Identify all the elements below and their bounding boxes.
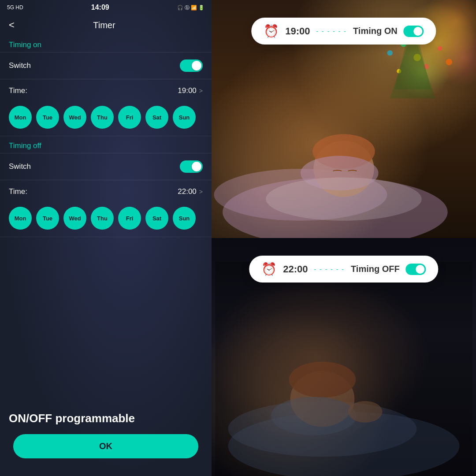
day-fri-on[interactable]: Fri xyxy=(118,106,141,129)
days-row-off: Mon Tue Wed Thu Fri Sat Sun xyxy=(0,203,212,237)
card-dots-on: - - - - - - xyxy=(316,28,347,35)
page-title: Timer xyxy=(19,20,190,30)
day-mon-off[interactable]: Mon xyxy=(9,207,32,230)
timing-on-time-row[interactable]: Time: 19:00 > xyxy=(0,79,212,102)
card-label-on: Timing ON xyxy=(353,26,398,36)
day-sun-on[interactable]: Sun xyxy=(173,106,196,129)
status-icons: 🎧 ⓑ 📶 🔋 xyxy=(177,4,205,11)
timing-on-label: Timing on xyxy=(0,35,212,52)
svg-rect-23 xyxy=(215,262,472,476)
ok-button[interactable]: OK xyxy=(13,434,198,458)
card-toggle-on[interactable] xyxy=(404,26,424,37)
switch-label-off: Switch xyxy=(9,162,31,171)
clock-icon-off: ⏰ xyxy=(261,262,277,276)
time-label-on: Time: xyxy=(9,86,27,95)
day-fri-off[interactable]: Fri xyxy=(118,207,141,230)
card-dots-off: - - - - - - xyxy=(314,266,345,273)
image-bottom: ⏰ 22:00 - - - - - - Timing OFF xyxy=(212,238,476,476)
day-sat-on[interactable]: Sat xyxy=(145,106,168,129)
timing-off-time-row[interactable]: Time: 22:00 > xyxy=(0,180,212,203)
status-time: 14:09 xyxy=(91,4,109,11)
day-sun-off[interactable]: Sun xyxy=(173,207,196,230)
day-wed-on[interactable]: Wed xyxy=(63,106,86,129)
app-panel: 5G HD 14:09 🎧 ⓑ 📶 🔋 < Timer Timing on Sw… xyxy=(0,0,212,476)
card-time-on: 19:00 xyxy=(285,26,310,37)
switch-toggle-off[interactable] xyxy=(180,160,203,173)
timing-on-card: ⏰ 19:00 - - - - - - Timing ON xyxy=(251,18,436,45)
timing-on-switch-row: Switch xyxy=(0,52,212,79)
time-value-on: 19:00 > xyxy=(178,86,203,95)
day-sat-off[interactable]: Sat xyxy=(145,207,168,230)
chevron-off: > xyxy=(199,188,203,195)
app-header: < Timer xyxy=(0,15,212,35)
card-label-off: Timing OFF xyxy=(351,264,400,274)
days-row-on: Mon Tue Wed Thu Fri Sat Sun xyxy=(0,102,212,136)
day-thu-off[interactable]: Thu xyxy=(91,207,114,230)
timing-off-card: ⏰ 22:00 - - - - - - Timing OFF xyxy=(249,256,438,283)
clock-icon-on: ⏰ xyxy=(264,24,279,38)
svg-point-11 xyxy=(387,50,393,56)
day-tue-off[interactable]: Tue xyxy=(36,207,59,230)
svg-point-5 xyxy=(266,178,421,221)
time-label-off: Time: xyxy=(9,187,27,196)
status-bar: 5G HD 14:09 🎧 ⓑ 📶 🔋 xyxy=(0,0,212,15)
timing-off-switch-row: Switch xyxy=(0,153,212,180)
image-top: ⏰ 19:00 - - - - - - Timing ON xyxy=(212,0,476,238)
timing-on-section: Timing on Switch Time: 19:00 > Mon Tue W… xyxy=(0,35,212,136)
time-value-off: 22:00 > xyxy=(178,187,203,196)
timing-off-section: Timing off Switch Time: 22:00 > Mon Tue … xyxy=(0,136,212,237)
svg-point-12 xyxy=(446,59,452,65)
promo-text: ON/OFF programmable xyxy=(0,403,212,430)
timing-off-label: Timing off xyxy=(0,136,212,153)
day-wed-off[interactable]: Wed xyxy=(63,207,86,230)
day-thu-on[interactable]: Thu xyxy=(91,106,114,129)
chevron-on: > xyxy=(199,87,203,94)
right-panel: ⏰ 19:00 - - - - - - Timing ON xyxy=(212,0,476,476)
card-time-off: 22:00 xyxy=(283,264,308,275)
switch-label-on: Switch xyxy=(9,61,31,70)
card-toggle-off[interactable] xyxy=(406,264,426,275)
svg-point-9 xyxy=(438,46,442,51)
back-button[interactable]: < xyxy=(9,19,15,31)
switch-toggle-on[interactable] xyxy=(180,60,203,72)
day-mon-on[interactable]: Mon xyxy=(9,106,32,129)
day-tue-on[interactable]: Tue xyxy=(36,106,59,129)
signal-indicator: 5G HD xyxy=(7,4,23,11)
